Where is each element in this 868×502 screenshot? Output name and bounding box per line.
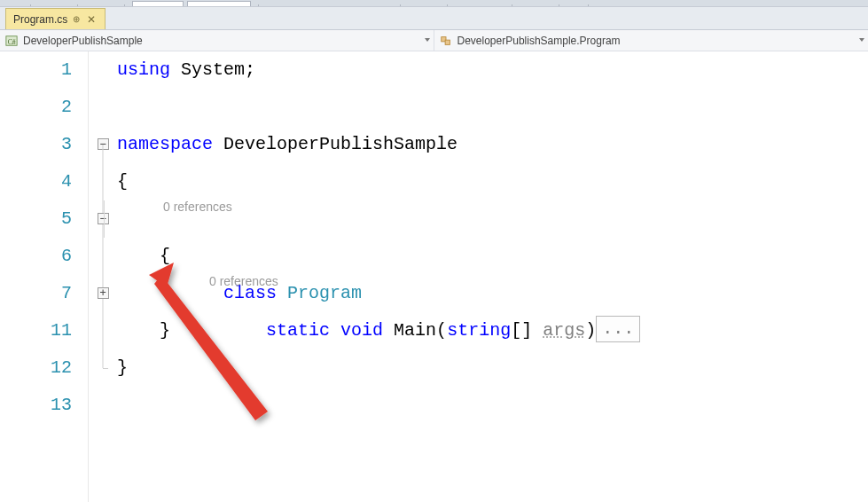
platform-dropdown[interactable]: Any CPU bbox=[187, 1, 250, 7]
fold-toggle-collapse[interactable]: − bbox=[98, 213, 109, 224]
code-line[interactable]: namespace DeveloperPublishSample bbox=[117, 126, 868, 163]
tab-program-cs[interactable]: Program.cs ⊕ ✕ bbox=[5, 8, 106, 29]
line-number: 5 bbox=[16, 200, 72, 238]
line-number: 7 bbox=[16, 275, 72, 312]
type-nav-dropdown[interactable]: DeveloperPublishSample.Program bbox=[434, 30, 869, 51]
class-icon bbox=[440, 35, 452, 47]
code-line[interactable]: 0 references class Program bbox=[117, 200, 868, 238]
start-debugging-button[interactable]: DeveloperPublishSample bbox=[266, 1, 394, 7]
code-line[interactable]: { bbox=[117, 238, 868, 275]
line-number: 13 bbox=[16, 387, 72, 424]
codelens-references[interactable]: 0 references bbox=[163, 199, 232, 215]
outlining-margin: − − + bbox=[89, 51, 117, 502]
fold-toggle-expand[interactable]: + bbox=[98, 287, 109, 299]
line-number: 12 bbox=[16, 349, 72, 387]
type-nav-label: DeveloperPublishSample.Program bbox=[457, 35, 621, 47]
csharp-project-icon: C# bbox=[5, 35, 18, 47]
tab-title: Program.cs bbox=[13, 13, 67, 26]
code-line[interactable] bbox=[117, 89, 868, 126]
svg-text:C#: C# bbox=[8, 37, 16, 45]
pin-icon[interactable]: ⊕ bbox=[73, 14, 80, 24]
code-navigation-bar: C# DeveloperPublishSample DeveloperPubli… bbox=[0, 30, 868, 51]
code-line[interactable]: 0 references static void Main(string[] a… bbox=[117, 275, 868, 312]
main-toolbar: Debug Any CPU DeveloperPublishSample bbox=[0, 0, 868, 7]
code-line[interactable]: using System; bbox=[117, 51, 868, 89]
code-line[interactable]: { bbox=[117, 163, 868, 200]
project-nav-dropdown[interactable]: C# DeveloperPublishSample bbox=[0, 30, 434, 51]
project-nav-label: DeveloperPublishSample bbox=[23, 35, 143, 47]
code-editor[interactable]: 1 2 3 4 5 6 7 11 12 13 − − + using Syste… bbox=[0, 51, 868, 502]
indicator-margin[interactable] bbox=[0, 51, 16, 502]
line-number: 3 bbox=[16, 126, 72, 163]
line-number: 4 bbox=[16, 163, 72, 200]
codelens-references[interactable]: 0 references bbox=[209, 273, 278, 289]
line-number: 11 bbox=[16, 312, 72, 349]
configuration-dropdown[interactable]: Debug bbox=[132, 1, 184, 7]
code-text-area[interactable]: using System; namespace DeveloperPublish… bbox=[117, 51, 868, 502]
line-number: 1 bbox=[16, 51, 72, 89]
code-line[interactable]: } bbox=[117, 349, 868, 387]
line-number-gutter: 1 2 3 4 5 6 7 11 12 13 bbox=[16, 51, 89, 502]
line-number: 6 bbox=[16, 238, 72, 275]
chevron-down-icon bbox=[425, 38, 430, 42]
line-number: 2 bbox=[16, 89, 72, 126]
close-icon[interactable]: ✕ bbox=[85, 13, 98, 26]
document-tab-bar: Program.cs ⊕ ✕ bbox=[0, 7, 868, 30]
code-line[interactable]: } bbox=[117, 312, 868, 349]
code-line[interactable] bbox=[117, 387, 868, 424]
svg-rect-3 bbox=[445, 40, 450, 44]
chevron-down-icon bbox=[859, 38, 864, 42]
